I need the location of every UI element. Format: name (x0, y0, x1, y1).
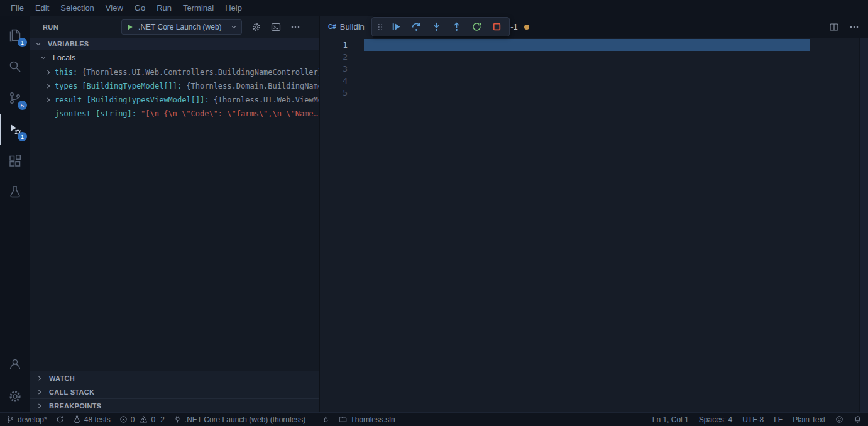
variable-row-types[interactable]: types [BuildingTypeModel[]]: {Thornless.… (30, 79, 319, 93)
debug-toolbar[interactable] (371, 17, 510, 36)
branch-name: develop* (18, 415, 47, 424)
activity-source-control[interactable]: 5 (0, 82, 30, 114)
start-debug-icon[interactable] (126, 23, 134, 31)
errors-status[interactable]: 0 (119, 415, 135, 424)
watch-section-header[interactable]: WATCH (30, 371, 319, 385)
encoding-status[interactable]: UTF-8 (742, 415, 764, 424)
activity-run-debug[interactable]: 1 (0, 114, 30, 145)
line-number: 1 (320, 39, 348, 51)
call-stack-section-header[interactable]: CALL STACK (30, 385, 319, 398)
beaker-icon (73, 415, 81, 423)
step-into-button[interactable] (426, 18, 446, 35)
editor-scrollbar[interactable] (859, 38, 868, 412)
debug-console-icon[interactable] (271, 22, 281, 32)
search-icon (8, 59, 23, 74)
menu-help[interactable]: Help (219, 3, 248, 13)
solution-status[interactable]: Thornless.sln (339, 415, 395, 424)
tests-status[interactable]: 48 tests (73, 415, 111, 424)
notifications-status[interactable] (854, 415, 862, 423)
activity-explorer[interactable]: 1 (0, 19, 30, 51)
activity-settings[interactable] (0, 381, 30, 412)
menu-go[interactable]: Go (129, 3, 151, 13)
line-number-gutter: 1 2 3 4 5 (320, 39, 348, 99)
debug-target-status[interactable]: .NET Core Launch (web) (thornless) (173, 415, 306, 424)
language-mode-status[interactable]: Plain Text (793, 415, 825, 424)
code-editor[interactable]: 1 2 3 4 5 (320, 38, 868, 412)
drag-handle-icon[interactable] (375, 22, 386, 32)
feedback-status[interactable] (835, 415, 843, 423)
locals-scope-label: Locals (53, 53, 75, 62)
debug-target-label: .NET Core Launch (web) (thornless) (185, 415, 306, 424)
chevron-right-icon (36, 375, 46, 381)
menu-file[interactable]: File (5, 3, 30, 13)
activity-accounts[interactable] (0, 348, 30, 380)
breakpoints-section-header[interactable]: BREAKPOINTS (30, 398, 319, 412)
other-count-status[interactable]: 2 (160, 415, 165, 424)
restart-button[interactable] (466, 18, 486, 35)
account-icon (8, 356, 23, 371)
line-number: 4 (320, 75, 348, 87)
plug-icon (173, 415, 182, 423)
sync-status[interactable] (56, 415, 64, 423)
encoding: UTF-8 (742, 415, 764, 424)
watch-section-label: WATCH (49, 374, 75, 382)
cursor-position-status[interactable]: Ln 1, Col 1 (652, 415, 689, 424)
beaker-icon (8, 185, 23, 200)
errors-count: 0 (131, 415, 135, 424)
variable-value: {Thornless.UI.Web.Controllers.BuildingNa… (82, 68, 319, 77)
gear-icon (8, 389, 23, 404)
eol-status[interactable]: LF (774, 415, 783, 424)
warning-icon (140, 415, 148, 423)
step-over-button[interactable] (406, 18, 426, 35)
chevron-right-icon (36, 403, 46, 409)
tab-building-file[interactable]: C# Buildin (320, 16, 373, 38)
launch-config-dropdown[interactable]: .NET Core Launch (web) (121, 19, 242, 35)
more-views-icon[interactable] (290, 22, 300, 32)
editor-actions (829, 16, 868, 38)
flame-icon (322, 415, 330, 423)
activity-search[interactable] (0, 51, 30, 82)
extensions-icon (8, 153, 23, 168)
activity-extensions[interactable] (0, 145, 30, 177)
step-out-button[interactable] (446, 18, 466, 35)
chevron-right-icon (36, 389, 46, 395)
git-branch-status[interactable]: develop* (6, 415, 47, 424)
warnings-count: 0 (151, 415, 155, 424)
hot-reload-status[interactable] (322, 415, 330, 423)
menu-view[interactable]: View (100, 3, 129, 13)
call-stack-section-label: CALL STACK (49, 388, 94, 396)
source-control-badge: 5 (18, 101, 27, 110)
line-number: 5 (320, 87, 348, 99)
locals-scope-row[interactable]: Locals (30, 50, 319, 65)
folder-icon (339, 415, 347, 423)
menu-bar: File Edit Selection View Go Run Terminal… (0, 0, 868, 16)
run-panel-header: RUN .NET Core Launch (web) (30, 16, 319, 38)
split-editor-icon[interactable] (829, 22, 839, 32)
chevron-down-icon (231, 24, 237, 30)
stop-button[interactable] (486, 18, 507, 35)
configure-gear-icon[interactable] (251, 22, 261, 32)
menu-edit[interactable]: Edit (30, 3, 55, 13)
line-number: 2 (320, 51, 348, 63)
variable-row-this[interactable]: this: {Thornless.UI.Web.Controllers.Buil… (30, 65, 319, 79)
menu-selection[interactable]: Selection (55, 3, 99, 13)
chevron-right-icon (45, 97, 55, 103)
variable-row-jsontest[interactable]: jsonTest [string]: "[\n {\n \"Code\": \"… (30, 107, 319, 121)
tab-label: Buildin (340, 22, 365, 31)
menu-terminal[interactable]: Terminal (177, 3, 219, 13)
tests-count: 48 tests (84, 415, 111, 424)
variable-value: {Thornless.Domain.BuildingNames.Mod… (186, 82, 319, 90)
more-actions-icon[interactable] (849, 22, 859, 32)
variables-section-header[interactable]: VARIABLES (30, 38, 319, 50)
warnings-status[interactable]: 0 (140, 415, 155, 424)
solution-name: Thornless.sln (350, 415, 395, 424)
continue-button[interactable] (386, 18, 406, 35)
menu-run[interactable]: Run (151, 3, 177, 13)
branch-icon (6, 415, 14, 423)
error-icon (119, 415, 128, 423)
indentation-status[interactable]: Spaces: 4 (699, 415, 732, 424)
variable-name: this: (55, 68, 77, 77)
debug-badge: 1 (18, 132, 27, 141)
variable-row-result[interactable]: result [BuildingTypesViewModel[]]: {Thor… (30, 93, 319, 107)
activity-testing[interactable] (0, 177, 30, 208)
